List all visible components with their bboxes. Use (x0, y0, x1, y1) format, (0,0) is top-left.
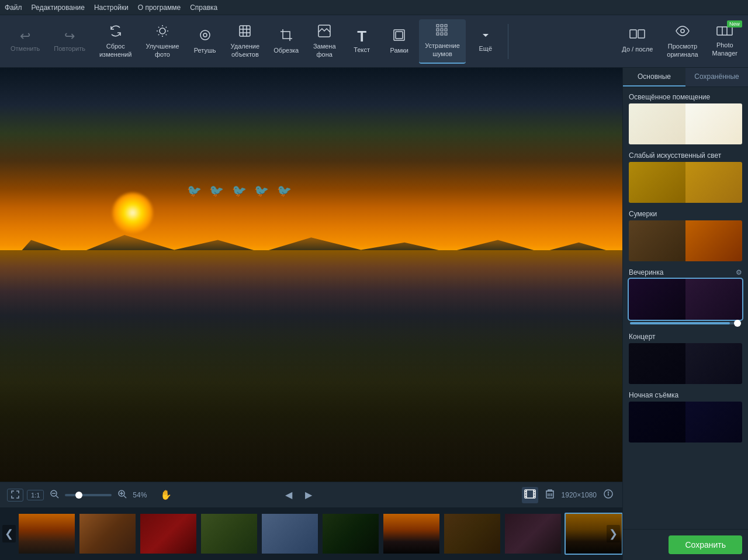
tab-basic[interactable]: Основные (623, 68, 685, 87)
resolution-display: 1920×1080 (562, 491, 597, 499)
tab-saved[interactable]: Сохранённые (685, 68, 748, 87)
thumbnail-2[interactable] (78, 513, 137, 555)
info-button[interactable] (601, 487, 615, 503)
thumb-bg-6 (323, 514, 379, 554)
thumbnail-7[interactable] (382, 513, 441, 555)
zoom-out-button[interactable] (47, 488, 61, 502)
reset-label: Сбросизменений (99, 43, 131, 58)
preset-party-slider-fill (630, 322, 730, 324)
filmstrip-prev-button[interactable]: ❮ (2, 525, 16, 542)
hand-tool-button[interactable]: ✋ (157, 488, 175, 502)
birds: 🐦 🐦 🐦 🐦 🐦 (187, 184, 294, 198)
next-image-button[interactable]: ▶ (300, 487, 317, 503)
svg-rect-25 (437, 33, 439, 35)
undo-icon: ↩ (20, 30, 30, 43)
preset-bright-room[interactable]: Освещённое помещение (623, 89, 748, 148)
preset-bright-room-thumb (629, 103, 742, 144)
bg-replace-button[interactable]: Заменафона (307, 19, 342, 64)
preset-artificial-light-thumb (629, 162, 742, 203)
svg-rect-20 (441, 25, 443, 27)
photo-manager-label: PhotoManager (712, 42, 737, 57)
panel-tabs: Основные Сохранённые (623, 68, 748, 87)
svg-rect-31 (717, 27, 732, 35)
retouch-button[interactable]: Ретушь (188, 19, 223, 64)
filmstrip: ❮ (0, 507, 622, 560)
frames-label: Рамки (390, 47, 408, 54)
thumbnail-1[interactable] (18, 513, 76, 555)
menu-edit[interactable]: Редактирование (32, 4, 85, 12)
preset-artificial-light[interactable]: Слабый искусственный свет (623, 148, 748, 206)
zoom-slider-thumb (75, 492, 82, 499)
preset-dusk-label: Сумерки (629, 210, 657, 218)
main-image: 🐦 🐦 🐦 🐦 🐦 (0, 68, 622, 482)
save-button[interactable]: Сохранить (669, 535, 742, 554)
thumbnail-6[interactable] (321, 513, 380, 555)
menu-about[interactable]: О программе (138, 4, 181, 12)
preview-button[interactable]: Просмотроригинала (661, 19, 704, 64)
erase-icon (238, 24, 252, 40)
main-area: 🐦 🐦 🐦 🐦 🐦 1:1 (0, 68, 748, 560)
one-to-one-button[interactable]: 1:1 (27, 490, 44, 500)
thumbnail-4[interactable] (200, 513, 258, 555)
thumbnail-9[interactable] (504, 513, 562, 555)
toolbar: ↩ Отменить ↪ Повторить Сбросизменений Ул… (0, 15, 748, 68)
svg-line-5 (158, 27, 159, 27)
preset-party[interactable]: Вечеринка ⚙ (623, 265, 748, 329)
thumb-bg-2 (79, 514, 136, 554)
preset-party-slider-wrap (629, 320, 742, 326)
undo-label: Отменить (11, 45, 40, 53)
denoise-button[interactable]: Устранениешумов (419, 19, 466, 64)
more-icon (481, 30, 490, 43)
enhance-button[interactable]: Улучшениефото (140, 19, 185, 64)
photo-manager-button[interactable]: New PhotoManager (707, 19, 743, 64)
svg-rect-23 (441, 29, 443, 31)
preset-night-photo[interactable]: Ночная съёмка (623, 388, 748, 446)
menu-file[interactable]: Файл (5, 4, 22, 12)
more-button[interactable]: Ещё (468, 19, 503, 64)
thumbnail-8[interactable] (443, 513, 501, 555)
before-after-label: До / после (622, 46, 653, 53)
reset-button[interactable]: Сбросизменений (94, 19, 137, 64)
image-viewport[interactable]: 🐦 🐦 🐦 🐦 🐦 (0, 68, 622, 482)
menu-help[interactable]: Справка (190, 4, 217, 12)
thumbnail-3[interactable] (139, 513, 198, 555)
svg-line-40 (124, 496, 126, 498)
more-label: Ещё (479, 45, 493, 53)
bg-replace-label: Заменафона (313, 43, 336, 58)
nav-arrows: ◀ ▶ (280, 487, 317, 503)
thumb-bg-8 (444, 514, 500, 554)
before-after-icon (629, 29, 646, 43)
prev-image-button[interactable]: ◀ (280, 487, 297, 503)
menu-settings[interactable]: Настройки (94, 4, 129, 12)
svg-rect-27 (445, 33, 447, 35)
erase-button[interactable]: Удалениеобъектов (225, 19, 266, 64)
thumb-bg-9 (505, 514, 561, 554)
menubar: Файл Редактирование Настройки О программ… (0, 0, 748, 15)
svg-rect-28 (630, 30, 636, 38)
svg-point-56 (608, 492, 608, 492)
zoom-value: 54% (133, 491, 153, 499)
preset-party-slider-track[interactable] (630, 322, 741, 324)
redo-button[interactable]: ↪ Повторить (48, 19, 91, 64)
toolbar-right: До / после Просмотроригинала New PhotoMa… (616, 19, 743, 64)
bottom-right-controls: 1920×1080 (522, 486, 615, 504)
filmstrip-next-button[interactable]: ❯ (607, 525, 620, 542)
undo-button[interactable]: ↩ Отменить (5, 19, 46, 64)
preset-concert[interactable]: Концерт (623, 329, 748, 388)
svg-rect-21 (445, 25, 447, 27)
fit-view-button[interactable] (7, 489, 23, 502)
text-button[interactable]: T Текст (344, 19, 379, 64)
before-after-button[interactable]: До / после (616, 19, 659, 64)
zoom-slider[interactable] (65, 494, 112, 496)
preset-dusk[interactable]: Сумерки (623, 206, 748, 265)
filmstrip-toggle-button[interactable] (522, 487, 538, 503)
thumbnail-5[interactable] (261, 513, 319, 555)
preset-party-settings-icon[interactable]: ⚙ (736, 268, 742, 276)
svg-point-0 (160, 28, 165, 34)
zoom-in-button[interactable] (115, 488, 129, 502)
svg-rect-11 (240, 26, 250, 36)
text-icon: T (357, 29, 366, 44)
crop-button[interactable]: Обрезка (268, 19, 304, 64)
frames-button[interactable]: Рамки (382, 19, 417, 64)
delete-button[interactable] (543, 486, 557, 504)
